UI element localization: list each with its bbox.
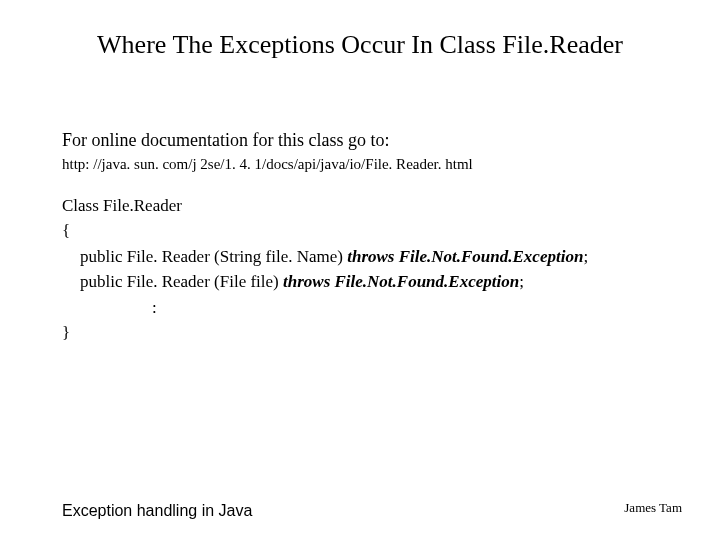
slide: Where The Exceptions Occur In Class File… (0, 0, 720, 540)
ellipsis-colon: : (62, 295, 662, 321)
intro-text: For online documentation for this class … (62, 128, 662, 152)
slide-body: For online documentation for this class … (62, 128, 662, 346)
brace-open: { (62, 218, 662, 244)
ctor2-throws: throws File.Not.Found.Exception (283, 272, 519, 291)
ctor1-throws: throws File.Not.Found.Exception (347, 247, 583, 266)
ctor2-post: ; (519, 272, 524, 291)
class-block: Class File.Reader { public File. Reader … (62, 193, 662, 346)
brace-close: } (62, 320, 662, 346)
slide-title: Where The Exceptions Occur In Class File… (0, 30, 720, 60)
ctor-line-1: public File. Reader (String file. Name) … (62, 244, 662, 270)
ctor1-pre: public File. Reader (String file. Name) (80, 247, 347, 266)
footer-right: James Tam (624, 500, 682, 516)
footer-left: Exception handling in Java (62, 502, 252, 520)
ctor1-post: ; (583, 247, 588, 266)
ctor-line-2: public File. Reader (File file) throws F… (62, 269, 662, 295)
class-heading: Class File.Reader (62, 193, 662, 219)
ctor2-pre: public File. Reader (File file) (80, 272, 283, 291)
doc-url: http: //java. sun. com/j 2se/1. 4. 1/doc… (62, 154, 662, 174)
